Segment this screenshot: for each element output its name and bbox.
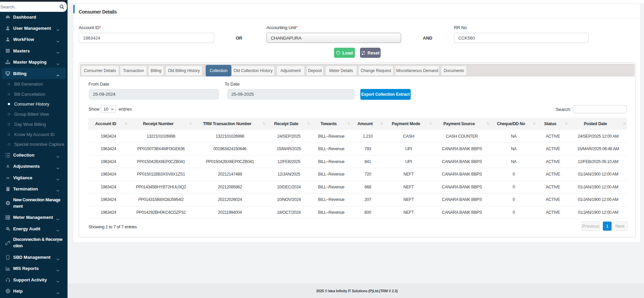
- svg-text:VK: VK: [6, 176, 10, 179]
- svg-text:A: A: [6, 164, 9, 168]
